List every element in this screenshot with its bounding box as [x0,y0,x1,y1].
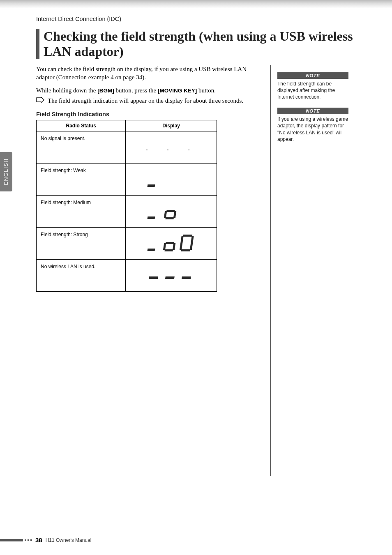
status-cell: No signal is present. [37,131,126,164]
page-top-gradient [0,0,392,8]
main-column: You can check the field strength on the … [36,65,258,476]
result-text: The field strength indication will appea… [48,97,243,105]
status-cell: Field strength: Medium [37,196,126,228]
table-row: Field strength: Medium [37,196,217,228]
seven-seg-strong-icon [143,232,200,253]
seven-seg-no-signal-icon: . . . [144,143,198,152]
instr-btn-movingkey: [MOVING KEY] [158,88,197,94]
svg-rect-15 [149,276,158,279]
display-cell-weak [126,164,217,196]
instr-post: button. [197,87,216,94]
manual-title: H11 Owner's Manual [46,537,92,543]
status-cell: Field strength: Weak [37,164,126,196]
svg-rect-4 [164,211,167,218]
result-line: The field strength indication will appea… [36,97,258,105]
status-cell: No wireless LAN is used. [37,260,126,292]
side-column: NOTE The field strength can be displayed… [270,65,348,476]
svg-rect-7 [166,242,174,244]
display-cell-none [126,260,217,292]
svg-rect-17 [182,276,191,279]
instruction-line: While holding down the [BGM] button, pre… [36,86,258,95]
svg-rect-5 [173,211,176,218]
note-box: NOTE The field strength can be displayed… [277,72,348,101]
note-heading: NOTE [277,72,348,79]
svg-rect-1 [147,216,155,219]
page-footer: 38 H11 Owner's Manual [0,537,392,543]
svg-rect-14 [190,236,194,250]
headline-block: Checking the field strength (when using … [36,29,365,59]
seven-seg-weak-icon [143,168,200,189]
th-display: Display [126,120,217,131]
page-title: Checking the field strength (when using … [44,29,365,59]
language-tab-label: ENGLISH [3,158,9,185]
headline-accent-bar [36,29,39,59]
display-cell-no-signal: . . . [126,131,217,164]
note-box: NOTE If you are using a wireless game ad… [277,108,348,143]
svg-rect-2 [166,210,175,212]
svg-rect-11 [183,235,192,237]
table-row: No signal is present. . . . [37,131,217,164]
svg-rect-12 [181,249,190,251]
table-row: Field strength: Strong [37,228,217,260]
table-row: Field strength: Weak [37,164,217,196]
instr-pre: While holding down the [36,87,97,94]
svg-rect-6 [147,249,155,251]
note-body: If you are using a wireless game adaptor… [277,114,348,143]
table-row: No wireless LAN is used. [37,260,217,292]
svg-rect-0 [147,184,155,187]
svg-rect-8 [164,249,173,251]
two-column-layout: You can check the field strength on the … [36,65,365,476]
footer-dots-icon [25,539,32,541]
page-content: ENGLISH Internet Direct Connection (IDC)… [0,8,392,555]
language-tab: ENGLISH [0,152,12,191]
intro-paragraph: You can check the field strength on the … [36,65,258,82]
svg-rect-3 [165,217,174,219]
breadcrumb: Internet Direct Connection (IDC) [36,16,365,22]
arrow-icon [36,97,44,104]
instr-mid: button, press the [114,87,158,94]
table-subheading: Field Strength Indications [36,111,258,117]
svg-rect-10 [173,243,175,250]
status-cell: Field strength: Strong [37,228,126,260]
svg-rect-13 [180,236,184,250]
footer-bar-icon [0,539,23,541]
instr-btn-bgm: [BGM] [97,88,114,94]
seven-seg-none-icon [143,264,200,286]
display-cell-medium [126,196,217,228]
svg-rect-9 [163,243,166,250]
page-number: 38 [35,537,42,543]
field-strength-table: Radio Status Display No signal is presen… [36,120,217,292]
seven-seg-medium-icon [143,200,200,221]
display-cell-strong [126,228,217,260]
note-body: The field strength can be displayed afte… [277,79,348,101]
th-radio-status: Radio Status [37,120,126,131]
note-heading: NOTE [277,108,348,114]
svg-rect-16 [165,276,175,279]
